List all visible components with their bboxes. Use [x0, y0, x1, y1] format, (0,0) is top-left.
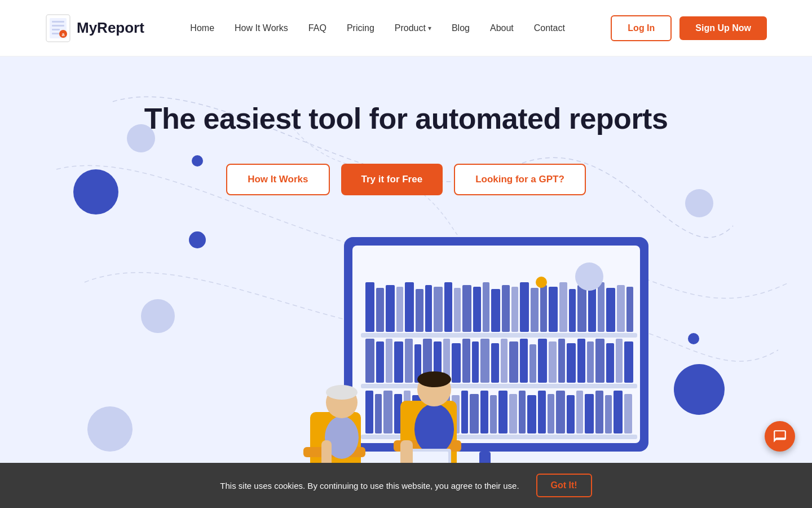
- svg-rect-12: [361, 333, 637, 338]
- svg-rect-36: [569, 289, 576, 332]
- svg-rect-62: [549, 341, 557, 383]
- svg-rect-72: [375, 394, 382, 433]
- svg-rect-22: [434, 287, 443, 332]
- svg-rect-87: [519, 391, 526, 433]
- deco-circle-2: [189, 231, 206, 248]
- logo-link[interactable]: a MyReport: [45, 14, 144, 43]
- hero-content: The easiest tool for automated reports H…: [0, 56, 812, 195]
- svg-rect-96: [605, 395, 612, 433]
- svg-rect-47: [405, 339, 413, 383]
- login-button[interactable]: Log In: [611, 15, 672, 41]
- logo-text: MyReport: [77, 19, 144, 37]
- signup-button[interactable]: Sign Up Now: [679, 16, 767, 40]
- svg-rect-39: [598, 282, 604, 332]
- nav-item-product[interactable]: Product ▾: [395, 23, 431, 33]
- svg-rect-82: [470, 394, 479, 433]
- svg-rect-43: [365, 339, 374, 383]
- svg-rect-81: [461, 391, 468, 433]
- svg-point-103: [417, 371, 451, 387]
- deco-circle-10: [674, 364, 725, 415]
- svg-rect-68: [606, 343, 614, 383]
- svg-rect-19: [405, 282, 414, 332]
- logo-icon: a: [45, 14, 71, 43]
- svg-rect-63: [558, 339, 565, 383]
- svg-rect-13: [361, 384, 637, 388]
- svg-rect-46: [394, 341, 403, 383]
- svg-rect-25: [462, 285, 471, 332]
- svg-rect-66: [587, 341, 594, 383]
- svg-rect-52: [452, 343, 461, 383]
- svg-rect-60: [529, 344, 536, 383]
- svg-rect-64: [567, 343, 576, 383]
- svg-rect-26: [473, 287, 481, 332]
- svg-rect-34: [549, 287, 558, 332]
- nav-links: Home How It Works FAQ Pricing Product ▾ …: [190, 23, 565, 33]
- svg-rect-56: [491, 343, 499, 383]
- nav-item-pricing[interactable]: Pricing: [347, 23, 374, 33]
- nav-buttons: Log In Sign Up Now: [611, 15, 767, 41]
- svg-rect-18: [396, 287, 403, 332]
- nav-item-home[interactable]: Home: [190, 23, 214, 33]
- svg-rect-53: [462, 339, 470, 383]
- svg-rect-32: [531, 288, 539, 332]
- svg-rect-35: [559, 282, 567, 332]
- svg-rect-41: [617, 285, 625, 332]
- svg-rect-73: [383, 391, 392, 433]
- svg-rect-90: [548, 394, 554, 433]
- svg-rect-85: [498, 391, 508, 433]
- svg-rect-38: [588, 287, 596, 332]
- hero-section: The easiest tool for automated reports H…: [0, 56, 812, 508]
- svg-rect-2: [52, 21, 64, 23]
- deco-circle-8: [575, 262, 603, 291]
- deco-circle-4: [141, 299, 175, 333]
- svg-rect-42: [626, 287, 633, 332]
- svg-rect-89: [538, 391, 546, 433]
- svg-rect-61: [538, 339, 547, 383]
- cookie-message: This site uses cookies. By continuing to…: [220, 481, 519, 491]
- svg-rect-57: [501, 339, 508, 383]
- svg-rect-69: [616, 339, 623, 383]
- navbar: a MyReport Home How It Works FAQ Pricing…: [0, 0, 812, 56]
- svg-rect-21: [425, 285, 432, 332]
- got-it-button[interactable]: Got It!: [536, 474, 592, 497]
- nav-item-faq[interactable]: FAQ: [308, 23, 326, 33]
- how-it-works-button[interactable]: How It Works: [226, 164, 329, 195]
- nav-item-blog[interactable]: Blog: [452, 23, 470, 33]
- svg-rect-15: [365, 282, 374, 332]
- svg-rect-95: [595, 391, 603, 433]
- nav-item-about[interactable]: About: [490, 23, 514, 33]
- svg-rect-93: [576, 391, 583, 433]
- svg-rect-44: [376, 341, 384, 383]
- svg-rect-88: [527, 395, 536, 433]
- svg-point-101: [414, 404, 454, 454]
- nav-item-how-it-works[interactable]: How It Works: [235, 23, 288, 33]
- svg-rect-33: [540, 285, 547, 332]
- svg-rect-29: [502, 285, 510, 332]
- svg-rect-70: [624, 341, 633, 383]
- svg-rect-83: [480, 391, 488, 433]
- gpt-button[interactable]: Looking for a GPT?: [454, 164, 586, 195]
- svg-rect-4: [52, 29, 60, 30]
- svg-rect-98: [624, 394, 632, 433]
- svg-rect-28: [491, 289, 500, 332]
- svg-rect-58: [509, 341, 518, 383]
- chat-icon: [773, 429, 787, 444]
- svg-rect-71: [365, 391, 373, 433]
- svg-rect-91: [556, 391, 565, 433]
- svg-rect-17: [386, 285, 395, 332]
- svg-rect-24: [454, 288, 461, 332]
- svg-rect-20: [416, 289, 423, 332]
- svg-rect-84: [490, 395, 497, 433]
- svg-rect-16: [376, 288, 384, 332]
- try-free-button[interactable]: Try it for Free: [341, 164, 443, 195]
- svg-rect-30: [511, 287, 518, 332]
- svg-rect-54: [472, 341, 479, 383]
- svg-rect-31: [520, 282, 529, 332]
- chat-bubble-button[interactable]: [765, 421, 795, 452]
- deco-circle-9: [688, 333, 699, 344]
- svg-rect-86: [509, 394, 517, 433]
- nav-item-contact[interactable]: Contact: [534, 23, 565, 33]
- chevron-down-icon: ▾: [428, 24, 431, 32]
- deco-circle-6: [536, 277, 547, 288]
- svg-rect-55: [480, 339, 489, 383]
